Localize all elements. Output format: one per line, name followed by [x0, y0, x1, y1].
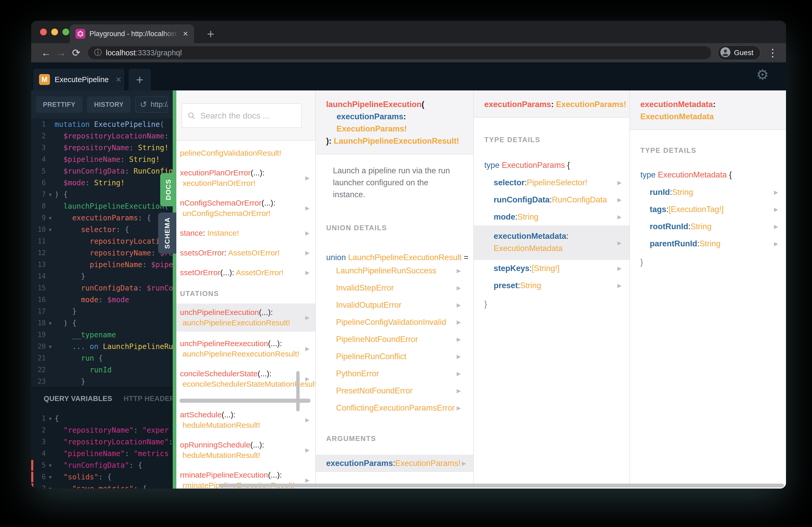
expand-arrow-icon[interactable]: ▶	[457, 285, 461, 291]
expand-arrow-icon[interactable]: ▶	[305, 247, 309, 258]
expand-arrow-icon[interactable]: ▶	[305, 173, 309, 183]
expand-arrow-icon[interactable]: ▶	[618, 283, 622, 289]
code-line[interactable]: 2 $repositoryLocationName:	[31, 130, 173, 142]
docs-panel-edge[interactable]	[173, 90, 176, 488]
close-window-button[interactable]	[40, 29, 47, 35]
expand-arrow-icon[interactable]: ▶	[618, 180, 622, 186]
type-field[interactable]: parentRunId: String▶	[630, 235, 786, 252]
code-line[interactable]: 10▼ selector: {	[31, 224, 173, 236]
union-member[interactable]: LaunchPipelineRunSuccess▶	[316, 262, 473, 280]
window-controls[interactable]	[40, 29, 69, 35]
code-line[interactable]: 1▼{	[31, 413, 173, 424]
union-member[interactable]: PresetNotFoundError▶	[316, 382, 473, 400]
endpoint-input[interactable]: ↺ http://loc	[135, 96, 168, 113]
type-field[interactable]: selector: PipelineSelector!▶	[474, 174, 629, 191]
new-tab-button[interactable]: +	[201, 25, 220, 43]
expand-arrow-icon[interactable]: ▶	[618, 214, 622, 220]
close-playground-tab-icon[interactable]: ✕	[115, 75, 121, 84]
doc-field-item[interactable]: ssetsOrError: AssetsOrError!▶	[176, 245, 315, 261]
expand-arrow-icon[interactable]: ▶	[774, 241, 778, 247]
code-line[interactable]: 21 run {	[31, 352, 173, 364]
expand-arrow-icon[interactable]: ▶	[457, 268, 461, 274]
expand-arrow-icon[interactable]: ▶	[618, 265, 622, 272]
fold-arrow-icon[interactable]: ▼	[46, 224, 55, 236]
type-field[interactable]: preset: String▶	[474, 277, 629, 294]
prettify-button[interactable]: PRETTIFY	[36, 96, 83, 113]
expand-arrow-icon[interactable]: ▶	[305, 445, 309, 455]
vertical-scrollbar[interactable]	[296, 371, 300, 411]
doc-field-item[interactable]: nConfigSchemaOrError(...):unConfigSchema…	[176, 195, 315, 221]
fold-arrow-icon[interactable]: ▼	[46, 483, 55, 488]
variables-editor[interactable]: 1▼{2 "repositoryName": "exper3 "reposito…	[31, 413, 173, 488]
union-member[interactable]: InvalidStepError▶	[316, 280, 473, 297]
doc-field-item[interactable]: unchPipelineExecution(...):aunchPipeline…	[176, 303, 315, 332]
code-line[interactable]: 11 repositoryLocationName: $repositoryLo…	[31, 236, 173, 247]
horizontal-scrollbar[interactable]	[218, 484, 784, 487]
code-line[interactable]: 3 $repositoryName: String!	[31, 142, 173, 154]
code-line[interactable]: 18▼ ) {	[31, 317, 173, 329]
tab-http-headers[interactable]: HTTP HEADERS	[124, 395, 173, 403]
code-line[interactable]: 6▼ "solids": {	[31, 471, 173, 483]
union-member[interactable]: InvalidOutputError▶	[316, 297, 473, 314]
code-line[interactable]: 14 }	[31, 271, 173, 282]
doc-field-item[interactable]: artSchedule(...):heduleMutationResult!▶	[176, 407, 315, 433]
doc-field-item[interactable]: unchPipelineReexecution(...):aunchPipeli…	[176, 336, 315, 362]
profile-button[interactable]: Guest	[717, 45, 761, 60]
code-line[interactable]: 19 __typename	[31, 329, 173, 341]
code-line[interactable]: 12 repositoryName: $repositoryName	[31, 247, 173, 259]
code-line[interactable]: 4 $pipelineName: String!	[31, 154, 173, 165]
expand-arrow-icon[interactable]: ▶	[457, 336, 461, 343]
code-line[interactable]: 7▼) {	[31, 189, 173, 200]
union-member[interactable]: PipelineConfigValidationInvalid▶	[316, 314, 473, 331]
expand-arrow-icon[interactable]: ▶	[305, 415, 309, 425]
expand-arrow-icon[interactable]: ▶	[457, 405, 461, 411]
fold-arrow-icon[interactable]: ▼	[46, 189, 55, 200]
type-field[interactable]: stepKeys: [String!]▶	[474, 260, 629, 277]
horizontal-scrollbar[interactable]	[179, 398, 310, 403]
expand-arrow-icon[interactable]: ▶	[457, 388, 461, 394]
expand-arrow-icon[interactable]: ▶	[774, 206, 778, 213]
fold-arrow-icon[interactable]: ▼	[46, 471, 55, 483]
type-field[interactable]: rootRunId: String▶	[630, 218, 786, 235]
union-member[interactable]: PipelineRunConflict▶	[316, 348, 473, 365]
code-line[interactable]: 5▼ "runConfigData": {	[31, 460, 173, 471]
docs-search-input[interactable]	[200, 111, 296, 121]
code-line[interactable]: 23 }	[31, 376, 173, 388]
expand-arrow-icon[interactable]: ▶	[305, 228, 309, 238]
fold-arrow-icon[interactable]: ▼	[46, 317, 55, 329]
reload-icon[interactable]: ⟳	[69, 47, 84, 59]
expand-arrow-icon[interactable]: ▶	[305, 344, 309, 354]
type-field[interactable]: runId: String▶	[630, 184, 786, 201]
expand-arrow-icon[interactable]: ▶	[457, 371, 461, 377]
expand-arrow-icon[interactable]: ▶	[305, 267, 309, 278]
forward-icon[interactable]: →	[54, 47, 69, 59]
code-line[interactable]: 2 "repositoryName": "exper	[31, 424, 173, 436]
code-line[interactable]: 22 runId	[31, 364, 173, 376]
code-line[interactable]: 5 $runConfigData: RunConfigData!	[31, 165, 173, 177]
expand-arrow-icon[interactable]: ▶	[305, 374, 309, 384]
address-bar[interactable]: ⓘ localhost:3333/graphql	[88, 46, 711, 59]
code-line[interactable]: 9▼ executionParams: {	[31, 212, 173, 224]
doc-field-item[interactable]: ssetOrError(...): AssetOrError!▶	[176, 265, 315, 281]
tab-query-variables[interactable]: QUERY VARIABLES	[44, 395, 112, 403]
code-line[interactable]: 17 }	[31, 305, 173, 317]
expand-arrow-icon[interactable]: ▶	[618, 197, 622, 203]
maximize-window-button[interactable]	[62, 29, 69, 35]
code-line[interactable]: 3 "repositoryLocationName":	[31, 436, 173, 448]
reload-schema-icon[interactable]: ↺	[140, 100, 147, 109]
union-member[interactable]: ConflictingExecutionParamsError▶	[316, 400, 473, 417]
tab-schema[interactable]: SCHEMA	[158, 213, 176, 254]
fold-arrow-icon[interactable]: ▼	[46, 413, 55, 424]
expand-arrow-icon[interactable]: ▶	[305, 312, 309, 323]
code-line[interactable]: 15 runConfigData: $runConfigData	[31, 282, 173, 294]
code-line[interactable]: 6 $mode: String!	[31, 177, 173, 189]
doc-field-item[interactable]: pelineConfigValidationResult!	[176, 145, 315, 161]
back-icon[interactable]: ←	[39, 47, 54, 59]
code-line[interactable]: 16 mode: $mode	[31, 294, 173, 305]
type-field[interactable]: tags: [ExecutionTag!]▶	[630, 201, 786, 218]
code-line[interactable]: 13 pipelineName: $pipelineName	[31, 259, 173, 271]
site-info-icon[interactable]: ⓘ	[94, 48, 102, 58]
code-line[interactable]: 1mutation ExecutePipeline(	[31, 119, 173, 130]
type-field[interactable]: runConfigData: RunConfigData▶	[474, 191, 629, 208]
fold-arrow-icon[interactable]: ▼	[46, 460, 55, 471]
